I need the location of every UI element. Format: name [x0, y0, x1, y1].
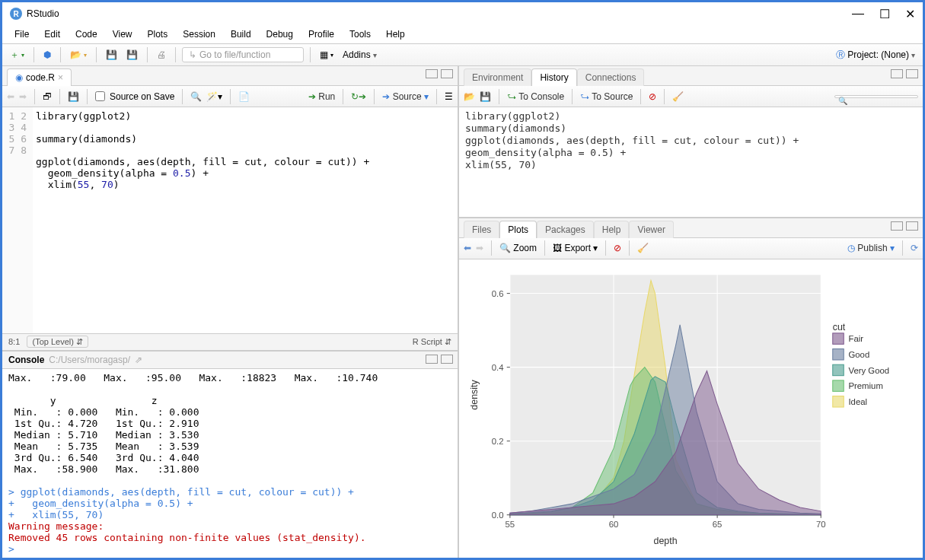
minimize-pane-icon[interactable] [891, 221, 903, 231]
window-close-button[interactable]: ✕ [905, 7, 915, 21]
console-path-icon[interactable]: ⇗ [135, 355, 142, 365]
save-all-button[interactable]: 💾 [123, 48, 141, 62]
addins-dropdown[interactable]: Addins [340, 48, 380, 62]
history-list[interactable]: library(ggplot2) summary(diamonds) ggplo… [459, 107, 923, 217]
workspace-panes-button[interactable]: ▦▾ [317, 48, 337, 62]
svg-text:60: 60 [609, 520, 619, 529]
outline-button[interactable]: ☰ [445, 91, 453, 102]
maximize-pane-icon[interactable] [906, 221, 918, 231]
open-file-button[interactable]: 📂▾ [67, 48, 90, 62]
env-tabs: EnvironmentHistoryConnections [459, 66, 923, 86]
wand-button[interactable]: 🪄▾ [206, 91, 222, 102]
tab-help[interactable]: Help [594, 221, 630, 238]
tab-plots[interactable]: Plots [499, 221, 537, 238]
window-title: RStudio [27, 8, 59, 19]
maximize-pane-icon[interactable] [906, 69, 918, 78]
plot-prev-button[interactable]: ⬅ [464, 243, 471, 253]
tab-viewer[interactable]: Viewer [629, 221, 673, 238]
console-output[interactable]: Max. :79.00 Max. :95.00 Max. :18823 Max.… [2, 369, 458, 558]
history-search-input[interactable] [834, 95, 918, 98]
forward-button[interactable]: ➡ [19, 91, 27, 102]
minimize-pane-icon[interactable] [426, 355, 438, 364]
svg-text:0.2: 0.2 [492, 437, 504, 446]
minimize-pane-icon[interactable] [426, 69, 438, 78]
rstudio-logo-icon: R [10, 8, 22, 20]
remove-plot-button[interactable]: ⊘ [614, 243, 621, 253]
tab-files[interactable]: Files [464, 221, 499, 238]
file-type-label[interactable]: R Script [413, 337, 442, 346]
find-button[interactable]: 🔍 [190, 91, 202, 102]
minimize-pane-icon[interactable] [891, 69, 903, 78]
menu-profile[interactable]: Profile [302, 27, 340, 41]
svg-text:55: 55 [506, 520, 515, 529]
load-history-button[interactable]: 📂 [464, 91, 475, 102]
to-console-button[interactable]: ⮑ To Console [507, 91, 564, 102]
run-button[interactable]: ➔ Run [308, 91, 335, 102]
menu-edit[interactable]: Edit [38, 27, 66, 41]
plot-next-button[interactable]: ➡ [476, 243, 483, 253]
tab-environment[interactable]: Environment [464, 68, 531, 86]
source-button[interactable]: ➔ Source ▾ [382, 91, 429, 102]
to-source-button[interactable]: ⮑ To Source [580, 91, 633, 102]
console-path: C:/Users/moragasp/ [49, 355, 130, 365]
svg-text:70: 70 [816, 520, 826, 529]
goto-file-input[interactable]: ↳Go to file/function [182, 47, 304, 62]
new-file-button[interactable]: ＋▾ [7, 47, 27, 63]
export-dropdown[interactable]: 🖼 Export ▾ [553, 243, 598, 253]
close-tab-icon[interactable]: × [58, 72, 63, 83]
remove-entry-button[interactable]: ⊘ [649, 91, 656, 102]
back-button[interactable]: ⬅ [7, 91, 14, 102]
menu-file[interactable]: File [8, 27, 35, 41]
show-in-new-window-button[interactable]: 🗗 [43, 91, 52, 102]
svg-text:Fair: Fair [848, 334, 863, 343]
maximize-pane-icon[interactable] [441, 355, 453, 364]
save-button[interactable]: 💾 [103, 48, 120, 62]
svg-text:cut: cut [833, 322, 846, 332]
menubar: FileEditCodeViewPlotsSessionBuildDebugPr… [2, 25, 923, 43]
menu-plots[interactable]: Plots [142, 27, 174, 41]
svg-text:Premium: Premium [848, 381, 882, 390]
window-maximize-button[interactable]: ☐ [879, 7, 890, 21]
compile-report-button[interactable]: 📄 [238, 91, 250, 102]
svg-text:Good: Good [848, 350, 869, 359]
history-toolbar: 📂 💾 ⮑ To Console ⮑ To Source ⊘ 🧹 [459, 86, 923, 107]
main-toolbar: ＋▾ ⬢ 📂▾ 💾 💾 🖨 ↳Go to file/function ▦▾ Ad… [2, 43, 923, 66]
menu-session[interactable]: Session [177, 27, 222, 41]
scope-dropdown[interactable]: (Top Level) ⇵ [27, 336, 88, 348]
project-dropdown[interactable]: Ⓡ Project: (None) [833, 47, 918, 63]
clear-history-button[interactable]: 🧹 [672, 91, 684, 102]
titlebar: R RStudio — ☐ ✕ [2, 2, 923, 25]
clear-plots-button[interactable]: 🧹 [637, 243, 649, 253]
menu-build[interactable]: Build [225, 27, 257, 41]
menu-code[interactable]: Code [69, 27, 104, 41]
save-history-button[interactable]: 💾 [480, 91, 491, 102]
refresh-plot-button[interactable]: ⟳ [911, 243, 918, 253]
publish-dropdown[interactable]: ◷ Publish ▾ [847, 243, 895, 253]
tab-connections[interactable]: Connections [577, 68, 645, 86]
svg-rect-36 [833, 396, 844, 406]
menu-help[interactable]: Help [380, 27, 411, 41]
save-script-button[interactable]: 💾 [68, 91, 79, 102]
window-minimize-button[interactable]: — [852, 7, 864, 21]
menu-view[interactable]: View [107, 27, 139, 41]
tab-packages[interactable]: Packages [537, 221, 594, 238]
print-button[interactable]: 🖨 [154, 48, 169, 62]
svg-text:0.0: 0.0 [492, 511, 504, 520]
rerun-button[interactable]: ↻➔ [351, 91, 366, 102]
svg-text:density: density [469, 379, 480, 409]
maximize-pane-icon[interactable] [441, 69, 453, 78]
editor-toolbar: ⬅ ➡ 🗗 💾 Source on Save 🔍 🪄▾ 📄 ➔ Run ↻➔ [2, 86, 458, 107]
new-project-button[interactable]: ⬢ [40, 48, 54, 62]
editor-tabs: ◉ code.R × [2, 66, 458, 86]
zoom-button[interactable]: 🔍 Zoom [499, 243, 537, 253]
editor-tab-code-r[interactable]: ◉ code.R × [7, 68, 72, 86]
source-on-save-checkbox[interactable] [95, 91, 105, 101]
svg-rect-32 [833, 364, 844, 375]
source-on-save-label: Source on Save [110, 91, 174, 102]
menu-debug[interactable]: Debug [260, 27, 299, 41]
svg-text:Ideal: Ideal [848, 397, 867, 406]
svg-rect-30 [833, 348, 844, 359]
code-editor[interactable]: 1 2 3 4 5 6 7 8 library(ggplot2) summary… [2, 107, 458, 333]
menu-tools[interactable]: Tools [343, 27, 377, 41]
tab-history[interactable]: History [531, 68, 576, 86]
